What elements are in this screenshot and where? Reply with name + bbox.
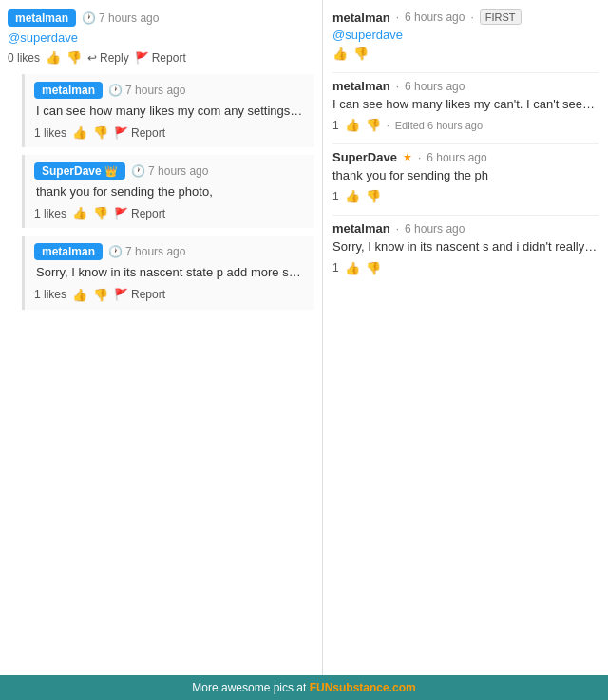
clock-icon-2: 🕐 — [131, 164, 145, 178]
right-3-thumbs-down[interactable]: 👎 — [366, 189, 381, 203]
nested-2-thumbs-down[interactable]: 👎 — [93, 206, 108, 220]
footer-site-link[interactable]: FUNsubstance.com — [310, 681, 416, 694]
top-thumbs-down[interactable]: 👎 — [66, 50, 82, 65]
right-4-thumbs-down[interactable]: 👎 — [366, 261, 381, 275]
right-4-text: Sorry, I know in its nascent s and i did… — [332, 238, 598, 255]
right-1-time: · — [396, 10, 399, 24]
star-icon: ★ — [403, 151, 412, 163]
footer: More awesome pics at FUNsubstance.com — [0, 675, 608, 700]
right-comment-3-header: SuperDave ★ · 6 hours ago — [332, 150, 598, 164]
right-comment-2-header: metalman · 6 hours ago — [332, 79, 598, 93]
right-3-time: 6 hours ago — [427, 151, 486, 164]
right-4-likes: 1 — [332, 261, 339, 274]
divider-3 — [332, 215, 598, 216]
nested-2-text: thank you for sending the photo, — [34, 183, 305, 200]
nested-1-time: 🕐 7 hours ago — [108, 84, 185, 97]
right-3-thumbs-up[interactable]: 👍 — [345, 189, 360, 203]
right-1-time-val: 6 hours ago — [405, 10, 465, 24]
nested-2-time: 🕐 7 hours ago — [131, 164, 208, 178]
flag-icon-1: 🚩 — [114, 126, 128, 140]
top-comment-block: metalman 🕐 7 hours ago @superdave 0 like… — [8, 9, 314, 65]
right-comment-4: metalman · 6 hours ago Sorry, I know in … — [332, 221, 598, 274]
nested-3-likes: 1 likes — [34, 288, 66, 301]
right-3-username: SuperDave — [332, 150, 397, 164]
right-1-first-badge: FIRST — [480, 9, 522, 25]
right-1-thumbs-up[interactable]: 👍 — [332, 47, 348, 61]
nested-3-thumbs-down[interactable]: 👎 — [93, 288, 108, 302]
right-2-time: 6 hours ago — [405, 80, 465, 93]
nested-1-badge: metalman — [34, 82, 103, 99]
nested-comment-3: metalman 🕐 7 hours ago Sorry, I know in … — [22, 236, 314, 309]
nested-1-report[interactable]: 🚩 Report — [114, 126, 165, 140]
nested-1-actions: 1 likes 👍 👎 🚩 Report — [34, 125, 305, 140]
right-3-sep: · — [418, 151, 421, 164]
right-1-username: metalman — [332, 10, 390, 25]
right-1-actions: 👍 👎 — [332, 47, 598, 61]
nested-2-thumbs-up[interactable]: 👍 — [72, 206, 87, 220]
top-thumbs-up[interactable]: 👍 — [46, 50, 61, 65]
reply-link[interactable]: ↩ Reply — [87, 51, 129, 65]
nested-3-time: 🕐 7 hours ago — [108, 245, 185, 258]
right-1-thumbs-down[interactable]: 👎 — [353, 47, 369, 61]
right-2-username: metalman — [332, 79, 390, 93]
right-1-mention[interactable]: @superdave — [332, 28, 403, 42]
flag-icon-2: 🚩 — [114, 207, 128, 220]
flag-icon-top: 🚩 — [135, 51, 149, 65]
nested-2-report[interactable]: 🚩 Report — [114, 207, 165, 220]
right-3-text: thank you for sending the ph — [332, 167, 598, 184]
nested-2-actions: 1 likes 👍 👎 🚩 Report — [34, 206, 305, 220]
right-2-sep: · — [396, 80, 399, 93]
right-comment-3: SuperDave ★ · 6 hours ago thank you for … — [332, 150, 598, 203]
divider-1 — [332, 72, 598, 73]
right-2-edited: · — [387, 120, 390, 131]
top-action-row: 0 likes 👍 👎 ↩ Reply 🚩 Report — [8, 50, 314, 65]
nested-2-badge: SuperDave 👑 — [34, 162, 125, 180]
clock-icon-1: 🕐 — [108, 84, 123, 97]
right-2-thumbs-up[interactable]: 👍 — [345, 118, 360, 132]
right-2-edited-text: Edited 6 hours ago — [395, 120, 483, 131]
nested-3-actions: 1 likes 👍 👎 🚩 Report — [34, 288, 305, 302]
left-panel: metalman 🕐 7 hours ago @superdave 0 like… — [0, 0, 323, 675]
right-3-actions: 1 👍 👎 — [332, 189, 598, 203]
right-3-likes: 1 — [332, 190, 339, 203]
nested-1-thumbs-up[interactable]: 👍 — [72, 125, 87, 140]
right-panel: metalman · 6 hours ago · FIRST @superdav… — [323, 0, 608, 675]
right-4-username: metalman — [332, 221, 390, 236]
top-like-count: 0 likes — [8, 51, 40, 65]
top-report-link[interactable]: 🚩 Report — [135, 51, 186, 65]
nested-1-text: I can see how many likes my com any sett… — [34, 103, 305, 120]
right-comment-1-header: metalman · 6 hours ago · FIRST — [332, 9, 598, 25]
nested-comment-3-header: metalman 🕐 7 hours ago — [34, 243, 305, 260]
reply-icon: ↩ — [87, 51, 97, 65]
right-1-dot: · — [470, 10, 473, 24]
right-2-thumbs-down[interactable]: 👎 — [366, 118, 381, 132]
nested-comment-2-header: SuperDave 👑 🕐 7 hours ago — [34, 162, 305, 180]
top-comment-header: metalman 🕐 7 hours ago — [8, 9, 314, 27]
top-user-badge: metalman — [8, 9, 76, 27]
right-4-sep: · — [396, 222, 399, 236]
right-comment-4-header: metalman · 6 hours ago — [332, 221, 598, 236]
nested-2-likes: 1 likes — [34, 207, 66, 220]
right-comment-1: metalman · 6 hours ago · FIRST @superdav… — [332, 9, 598, 61]
nested-1-thumbs-down[interactable]: 👎 — [93, 125, 108, 140]
crown-icon: 👑 — [104, 165, 118, 177]
nested-comment-1: metalman 🕐 7 hours ago I can see how man… — [22, 74, 314, 147]
clock-icon-3: 🕐 — [108, 245, 123, 258]
right-2-text: I can see how many likes my can't. I can… — [332, 96, 598, 113]
right-2-likes: 1 — [332, 119, 339, 132]
right-4-actions: 1 👍 👎 — [332, 261, 598, 275]
nested-comment-1-header: metalman 🕐 7 hours ago — [34, 82, 305, 99]
nested-comment-2: SuperDave 👑 🕐 7 hours ago thank you for … — [22, 155, 314, 228]
top-comment-time: 🕐 7 hours ago — [82, 11, 159, 25]
nested-3-text: Sorry, I know in its nascent state p add… — [34, 264, 305, 281]
flag-icon-3: 🚩 — [114, 288, 128, 301]
divider-2 — [332, 143, 598, 144]
right-4-time: 6 hours ago — [405, 222, 465, 236]
nested-1-likes: 1 likes — [34, 126, 66, 140]
right-comment-2: metalman · 6 hours ago I can see how man… — [332, 79, 598, 132]
nested-3-report[interactable]: 🚩 Report — [114, 288, 165, 301]
right-4-thumbs-up[interactable]: 👍 — [345, 261, 360, 275]
top-mention-link[interactable]: @superdave — [8, 30, 78, 45]
nested-3-thumbs-up[interactable]: 👍 — [72, 288, 87, 302]
right-2-actions: 1 👍 👎 · Edited 6 hours ago — [332, 118, 598, 132]
